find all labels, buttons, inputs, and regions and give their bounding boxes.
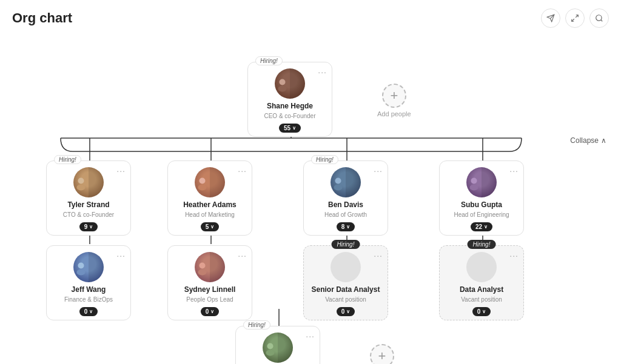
svg-point-22 xyxy=(200,178,206,184)
svg-point-30 xyxy=(200,263,206,269)
header: Org chart xyxy=(0,0,621,28)
sydney-title: People Ops Lead xyxy=(186,296,233,303)
sydney-name: Sydney Linnell xyxy=(184,285,236,295)
svg-line-2 xyxy=(576,15,578,18)
senior-analyst-name: Senior Data Analyst xyxy=(312,285,380,295)
data-analyst-hiring-badge: Hiring! xyxy=(468,240,496,249)
tyler-count-badge[interactable]: 9 ∨ xyxy=(79,222,98,231)
ben-avatar xyxy=(331,167,361,197)
header-icons xyxy=(541,8,609,28)
svg-point-32 xyxy=(267,343,274,349)
heather-count-badge[interactable]: 5 ∨ xyxy=(201,222,220,231)
collapse-button[interactable]: Collapse ∧ xyxy=(570,136,606,145)
svg-point-20 xyxy=(78,178,84,184)
subu-title: Head of Engineering xyxy=(454,211,509,219)
ben-title: Head of Growth xyxy=(324,211,367,219)
tyler-hiring-badge: Hiring! xyxy=(54,155,81,164)
subu-name: Subu Gupta xyxy=(461,200,502,210)
sydney-card: ··· Sydney Linnell People Ops Lead 0 ∨ xyxy=(167,245,252,320)
svg-point-29 xyxy=(77,270,86,276)
ceo-count-badge[interactable]: 55 ∨ xyxy=(279,124,301,133)
heather-name: Heather Adams xyxy=(183,200,237,210)
ceo-avatar xyxy=(275,68,305,99)
svg-point-21 xyxy=(77,185,86,191)
sydney-count-badge[interactable]: 0 ∨ xyxy=(201,307,220,316)
ceo-more-button[interactable]: ··· xyxy=(318,67,327,77)
data-analyst-more-button[interactable]: ··· xyxy=(509,251,519,260)
senior-analyst-hiring-badge: Hiring! xyxy=(332,240,360,249)
svg-point-19 xyxy=(278,86,287,92)
jeff-count-badge[interactable]: 0 ∨ xyxy=(79,307,98,316)
heather-more-button[interactable]: ··· xyxy=(238,166,247,176)
svg-point-26 xyxy=(471,178,477,184)
svg-line-5 xyxy=(601,20,603,22)
add-people-top[interactable]: + Add people xyxy=(377,84,411,117)
data-analyst-count-badge[interactable]: 0 ∨ xyxy=(472,307,491,316)
data-analyst-name: Data Analyst xyxy=(460,285,503,295)
data-analyst-title: Vacant position xyxy=(461,296,502,303)
add-people-bottom-icon: + xyxy=(370,344,394,364)
ben-more-button[interactable]: ··· xyxy=(374,166,383,176)
svg-point-33 xyxy=(266,350,275,356)
ben-count-badge[interactable]: 8 ∨ xyxy=(337,222,355,231)
ceo-name: Shane Hegde xyxy=(267,102,313,111)
svg-point-18 xyxy=(280,79,286,85)
heather-card: ··· Heather Adams Head of Marketing 5 ∨ xyxy=(167,160,252,236)
tyler-more-button[interactable]: ··· xyxy=(116,166,126,176)
bo-more-button[interactable]: ··· xyxy=(306,331,315,341)
subu-count-badge[interactable]: 22 ∨ xyxy=(471,222,492,231)
svg-point-24 xyxy=(335,178,341,184)
ceo-card: Hiring! ··· Shane Hegde CEO & co-Founder… xyxy=(247,62,332,137)
bo-card: Hiring! ··· Bo Liu Head of Customer 4 ∨ xyxy=(235,326,320,364)
svg-line-3 xyxy=(572,19,574,21)
jeff-title: Finance & BizOps xyxy=(64,296,113,303)
subu-avatar xyxy=(466,167,497,197)
svg-point-4 xyxy=(596,15,602,21)
ceo-title: CEO & co-Founder xyxy=(264,112,315,120)
svg-point-25 xyxy=(334,185,343,191)
search-icon[interactable] xyxy=(589,8,609,28)
heather-title: Head of Marketing xyxy=(185,211,235,219)
tyler-title: CTO & co-Founder xyxy=(63,211,114,219)
svg-point-31 xyxy=(198,270,207,276)
jeff-avatar xyxy=(73,252,104,282)
senior-analyst-avatar xyxy=(331,252,361,282)
sydney-avatar xyxy=(195,252,225,282)
org-canvas: Collapse ∧ Hiring! ··· Shane Hegde CEO &… xyxy=(0,30,621,364)
subu-card: ··· Subu Gupta Head of Engineering 22 ∨ xyxy=(439,160,524,236)
data-analyst-card: Hiring! ··· Data Analyst Vacant position… xyxy=(439,245,524,320)
ceo-hiring-badge: Hiring! xyxy=(255,56,283,65)
tyler-name: Tyler Strand xyxy=(67,200,109,210)
ben-card: Hiring! ··· Ben Davis Head of Growth 8 ∨ xyxy=(303,160,388,236)
expand-icon[interactable] xyxy=(565,8,585,28)
tyler-card: Hiring! ··· Tyler Strand CTO & co-Founde… xyxy=(46,160,131,236)
svg-point-23 xyxy=(198,185,207,191)
subu-more-button[interactable]: ··· xyxy=(509,166,519,176)
sydney-more-button[interactable]: ··· xyxy=(238,251,247,260)
add-people-top-icon: + xyxy=(382,84,406,108)
senior-analyst-title: Vacant position xyxy=(325,296,366,303)
senior-analyst-more-button[interactable]: ··· xyxy=(374,251,383,260)
jeff-name: Jeff Wang xyxy=(72,285,106,295)
jeff-more-button[interactable]: ··· xyxy=(116,251,126,260)
page: Org chart xyxy=(0,0,621,364)
svg-point-27 xyxy=(470,185,478,191)
add-people-bottom[interactable]: + Add people xyxy=(365,344,399,364)
page-title: Org chart xyxy=(12,10,72,26)
ben-hiring-badge: Hiring! xyxy=(311,155,338,164)
jeff-card: ··· Jeff Wang Finance & BizOps 0 ∨ xyxy=(46,245,131,320)
senior-analyst-card: Hiring! ··· Senior Data Analyst Vacant p… xyxy=(303,245,388,320)
bo-avatar xyxy=(263,333,293,363)
tyler-avatar xyxy=(73,167,104,197)
send-icon[interactable] xyxy=(541,8,560,28)
bo-hiring-badge: Hiring! xyxy=(243,320,270,329)
senior-analyst-count-badge[interactable]: 0 ∨ xyxy=(337,307,355,316)
data-analyst-avatar xyxy=(466,252,497,282)
svg-point-28 xyxy=(78,263,84,269)
ben-name: Ben Davis xyxy=(328,200,363,210)
heather-avatar xyxy=(195,167,225,197)
add-people-top-label: Add people xyxy=(377,110,411,117)
